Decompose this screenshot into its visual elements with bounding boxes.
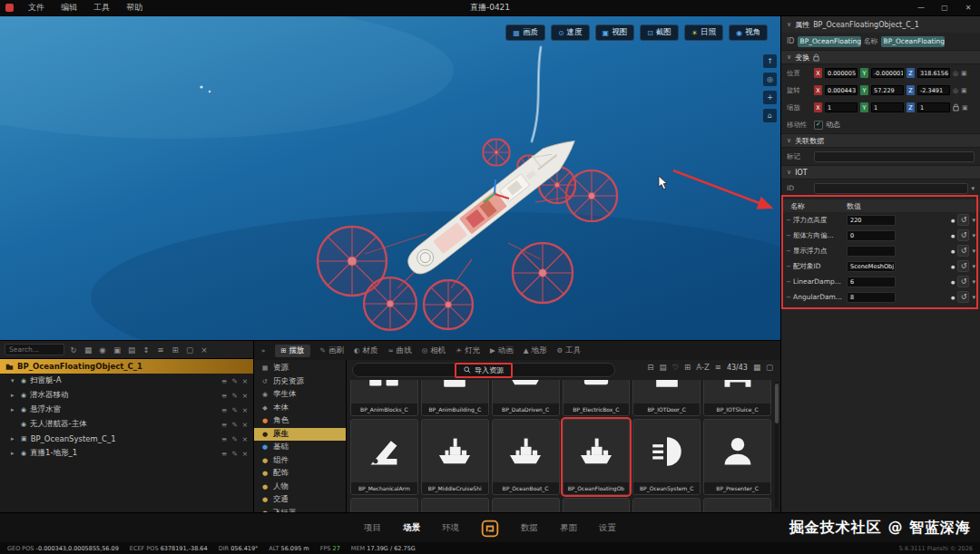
- param-value-field[interactable]: 220: [847, 215, 896, 226]
- sort-az-icon[interactable]: A-Z: [696, 363, 710, 372]
- camera-icon[interactable]: ◎: [953, 70, 958, 77]
- menu-icon[interactable]: ≡: [155, 345, 166, 355]
- copy-icon[interactable]: ▣: [961, 70, 967, 77]
- filter-icon[interactable]: ≡: [715, 363, 721, 372]
- asset-card[interactable]: BP_ElectricBox_C: [563, 380, 631, 416]
- compass-icon[interactable]: ◎: [763, 73, 777, 86]
- iot-section-header[interactable]: ∨ IOT: [781, 165, 980, 180]
- import-resources-label[interactable]: 导入资源: [475, 365, 504, 375]
- category-character[interactable]: ●角色: [254, 414, 346, 428]
- tab-terrain[interactable]: ▲地形: [524, 345, 547, 356]
- lock-icon[interactable]: [953, 103, 959, 112]
- screenshot-button[interactable]: ⊡截图: [640, 24, 679, 41]
- collapse-icon[interactable]: ∨: [787, 169, 791, 176]
- collapse-icon[interactable]: ∨: [787, 137, 791, 144]
- properties-header[interactable]: ∨ 属性 BP_OceanFloatingObject_C_1: [781, 16, 980, 33]
- nav-interface[interactable]: 界面: [560, 522, 577, 534]
- scale-y-field[interactable]: 1: [871, 102, 904, 112]
- linked-data-section-header[interactable]: ∨ 关联数据: [781, 133, 980, 148]
- asset-card[interactable]: BP_MiddleCruiseShi: [421, 419, 489, 495]
- delete-icon[interactable]: ×: [242, 421, 248, 429]
- minimize-icon[interactable]: —: [909, 0, 933, 16]
- refresh-icon[interactable]: ↺: [957, 260, 969, 272]
- asset-card[interactable]: BP_Presenter_C: [703, 419, 771, 495]
- position-y-field[interactable]: -0.000001: [871, 68, 904, 78]
- tag-input[interactable]: [814, 151, 975, 162]
- trash-icon[interactable]: ⊟: [647, 363, 653, 372]
- asset-card[interactable]: BP_AnimBlocks_C: [350, 380, 418, 416]
- asset-card[interactable]: [421, 498, 489, 512]
- tab-place[interactable]: ⊞摆放: [275, 345, 309, 357]
- param-value-field[interactable]: 0: [847, 230, 896, 241]
- eye-icon[interactable]: ◉: [21, 377, 26, 384]
- asset-card[interactable]: BP_MechanicalArm: [350, 419, 418, 495]
- param-value-field[interactable]: SceneMeshObj: [847, 261, 896, 272]
- list-icon[interactable]: ≡: [221, 377, 227, 385]
- focus-icon[interactable]: +: [763, 91, 777, 104]
- eye-icon[interactable]: ◉: [21, 392, 26, 399]
- chevron-down-icon[interactable]: ▾: [971, 185, 975, 192]
- chevron-down-icon[interactable]: ▾: [972, 232, 975, 239]
- transform-section-header[interactable]: ∨ 变换: [781, 50, 980, 64]
- add-icon[interactable]: ⊞: [684, 363, 691, 372]
- chevron-down-icon[interactable]: ▾: [972, 263, 975, 270]
- menu-edit[interactable]: 编辑: [53, 0, 85, 15]
- edit-icon[interactable]: ✎: [231, 421, 237, 429]
- caret-right-icon[interactable]: ▸: [11, 450, 17, 457]
- asset-card[interactable]: [350, 498, 418, 512]
- category-accessories[interactable]: ●配饰: [254, 467, 346, 481]
- param-value-field[interactable]: [847, 246, 896, 257]
- category-people[interactable]: ●人物: [254, 481, 346, 494]
- tab-camera[interactable]: ◎相机: [422, 345, 446, 356]
- position-z-field[interactable]: 318.6156: [917, 68, 950, 78]
- nav-data[interactable]: 数据: [521, 522, 538, 534]
- refresh-icon[interactable]: ↺: [957, 291, 969, 303]
- edit-icon[interactable]: ✎: [231, 450, 237, 458]
- up-icon[interactable]: ↑: [763, 54, 777, 68]
- rows-icon[interactable]: ▤: [126, 345, 137, 355]
- asset-card[interactable]: BP_OceanBoat_C: [492, 419, 560, 495]
- scrollbar-thumb[interactable]: [775, 384, 779, 423]
- list-item[interactable]: ▸ ◉ 悬浮水雷 ≡✎×: [0, 403, 253, 417]
- collapse-icon[interactable]: ∨: [787, 53, 791, 61]
- asset-card[interactable]: BP_IOTDoor_C: [632, 380, 701, 416]
- panel-icon[interactable]: ▣: [112, 345, 122, 355]
- asset-search-input[interactable]: 导入资源: [352, 363, 615, 377]
- asset-card[interactable]: [492, 498, 560, 512]
- caret-down-icon[interactable]: ▾: [11, 377, 17, 384]
- chevron-down-icon[interactable]: ▾: [972, 278, 975, 286]
- list-icon[interactable]: ≡: [221, 392, 227, 400]
- refresh-icon[interactable]: ↺: [957, 214, 969, 226]
- asset-card[interactable]: BP_OceanSystem_C: [632, 419, 701, 495]
- category-ontology[interactable]: ◆本体: [254, 402, 346, 415]
- clear-icon[interactable]: ×: [199, 345, 210, 355]
- tab-brush[interactable]: ✎画刷: [320, 345, 344, 356]
- list-item[interactable]: ◉ 无人潜航器-主体 ≡✎×: [0, 417, 253, 432]
- view-button[interactable]: ▣视图: [595, 24, 635, 41]
- view-grid-icon[interactable]: ▦: [753, 363, 760, 372]
- search-input[interactable]: [5, 344, 64, 355]
- app-logo[interactable]: [481, 520, 499, 538]
- eye-icon[interactable]: ◉: [21, 406, 26, 413]
- edit-icon[interactable]: ✎: [231, 392, 237, 400]
- view-large-icon[interactable]: ▢: [766, 363, 773, 372]
- nav-project[interactable]: 项目: [364, 522, 381, 534]
- category-native[interactable]: ●原生: [254, 428, 346, 442]
- sunlight-button[interactable]: ☀日照: [684, 24, 723, 41]
- rotation-x-field[interactable]: 0.000443: [825, 85, 858, 95]
- eye-icon[interactable]: ◉: [97, 345, 108, 355]
- camera-angle-button[interactable]: ◉视角: [729, 24, 768, 41]
- chevron-down-icon[interactable]: ▾: [972, 294, 975, 301]
- chevron-down-icon[interactable]: ▾: [972, 248, 975, 255]
- camera-icon[interactable]: ◎: [953, 87, 958, 94]
- asset-card[interactable]: [703, 498, 771, 512]
- asset-card[interactable]: [563, 498, 631, 512]
- nav-scene[interactable]: 场景: [403, 522, 420, 534]
- tab-material[interactable]: ◐材质: [354, 345, 378, 356]
- close-icon[interactable]: ✕: [956, 0, 980, 16]
- collapse-icon[interactable]: ∨: [787, 21, 791, 28]
- edit-icon[interactable]: ✎: [231, 377, 237, 385]
- list-item[interactable]: ▸ ▣ BP_OceanSystem_C_1 ≡✎×: [0, 432, 253, 446]
- delete-icon[interactable]: ×: [242, 435, 248, 443]
- asset-card[interactable]: BP_DataDriven_C: [492, 380, 560, 416]
